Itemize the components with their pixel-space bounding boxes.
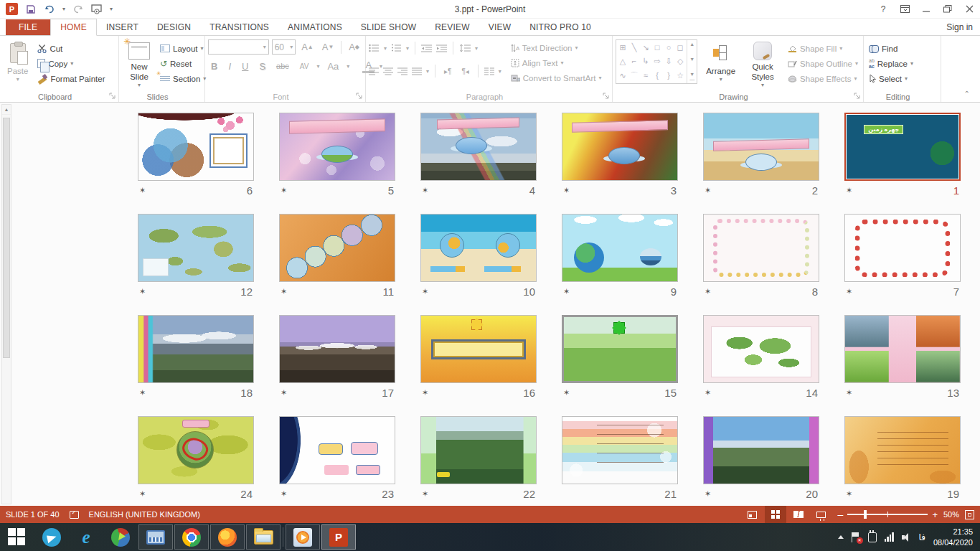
replace-button[interactable]: abac Replace▾ bbox=[867, 56, 938, 71]
start-button[interactable] bbox=[0, 523, 34, 551]
shape-glyph-8[interactable]: ↳ bbox=[642, 57, 649, 65]
transition-star-icon[interactable]: ✶ bbox=[705, 489, 711, 499]
powerpoint-logo-icon[interactable]: P bbox=[6, 3, 18, 15]
show-hidden-icons-icon[interactable] bbox=[838, 535, 844, 539]
zoom-out-button[interactable]: – bbox=[838, 509, 844, 520]
restore-button[interactable] bbox=[937, 1, 958, 18]
taskbar-item-on-screen-keyboard[interactable] bbox=[138, 524, 173, 550]
redo-icon[interactable] bbox=[72, 4, 84, 15]
slide-indicator[interactable]: SLIDE 1 OF 40 bbox=[6, 510, 60, 519]
layout-button[interactable]: Layout▾ bbox=[158, 41, 208, 56]
slide-thumbnail[interactable] bbox=[138, 214, 254, 282]
reading-view-button[interactable] bbox=[788, 506, 809, 523]
transition-star-icon[interactable]: ✶ bbox=[846, 287, 852, 296]
slide-thumbnail[interactable] bbox=[703, 416, 819, 484]
tab-nitro-pro-10[interactable]: NITRO PRO 10 bbox=[520, 19, 600, 35]
taskbar-item-media-player[interactable] bbox=[286, 524, 320, 550]
rtl-text-direction-icon[interactable]: ¶◂ bbox=[458, 64, 471, 78]
sign-in-link[interactable]: Sign in bbox=[946, 22, 973, 32]
power-icon[interactable] bbox=[868, 532, 877, 542]
transition-star-icon[interactable]: ✶ bbox=[705, 287, 711, 296]
reset-button[interactable]: ↺ Reset bbox=[158, 56, 208, 71]
bullets-icon[interactable] bbox=[369, 44, 380, 52]
action-center-flag-icon[interactable] bbox=[852, 532, 860, 542]
tab-insert[interactable]: INSERT bbox=[97, 19, 148, 35]
minimize-button[interactable] bbox=[915, 1, 937, 18]
justify-icon[interactable] bbox=[412, 67, 422, 75]
transition-star-icon[interactable]: ✶ bbox=[422, 287, 428, 296]
slide-thumbnail[interactable] bbox=[138, 315, 254, 383]
slide-thumbnail[interactable] bbox=[279, 214, 395, 282]
slide-thumbnail[interactable] bbox=[562, 416, 678, 484]
slide-thumbnail[interactable]: چهره زمین bbox=[844, 113, 961, 181]
shape-glyph-17[interactable]: ☆ bbox=[677, 72, 684, 80]
transition-star-icon[interactable]: ✶ bbox=[563, 186, 570, 195]
gallery-down-icon[interactable]: ▼ bbox=[689, 57, 694, 62]
transition-star-icon[interactable]: ✶ bbox=[139, 388, 146, 397]
slide-thumbnail[interactable] bbox=[844, 416, 961, 484]
clipboard-dialog-launcher[interactable] bbox=[109, 93, 116, 100]
numbering-icon[interactable] bbox=[391, 44, 402, 52]
tab-review[interactable]: REVIEW bbox=[425, 19, 479, 35]
slide-thumbnail[interactable] bbox=[844, 214, 961, 282]
shape-glyph-14[interactable]: ≈ bbox=[644, 72, 648, 80]
slide-thumbnail[interactable] bbox=[279, 113, 395, 181]
increase-indent-icon[interactable] bbox=[436, 44, 447, 52]
shape-glyph-12[interactable]: ∿ bbox=[619, 72, 626, 80]
drawing-dialog-launcher[interactable] bbox=[854, 93, 861, 100]
language-switcher[interactable]: فا bbox=[919, 532, 925, 542]
slide-thumbnail[interactable] bbox=[562, 214, 678, 282]
volume-icon[interactable] bbox=[902, 533, 911, 542]
line-spacing-icon[interactable] bbox=[459, 44, 471, 52]
tab-slide-show[interactable]: SLIDE SHOW bbox=[352, 19, 425, 35]
font-name-combobox[interactable]: ▾ bbox=[208, 39, 269, 55]
taskbar-item-internet-explorer[interactable]: e bbox=[69, 523, 103, 551]
spell-check-icon[interactable] bbox=[70, 511, 79, 519]
align-center-icon[interactable] bbox=[383, 67, 393, 75]
taskbar-item-chrome[interactable] bbox=[174, 524, 209, 550]
taskbar-item-idm[interactable] bbox=[103, 523, 138, 551]
paragraph-dialog-launcher[interactable] bbox=[603, 93, 610, 100]
tab-design[interactable]: DESIGN bbox=[148, 19, 200, 35]
transition-star-icon[interactable]: ✶ bbox=[846, 186, 852, 195]
slide-thumbnail[interactable] bbox=[420, 416, 537, 484]
slide-thumbnail[interactable] bbox=[279, 315, 395, 383]
collapse-ribbon-icon[interactable]: ⌃ bbox=[964, 90, 970, 98]
text-shadow-button[interactable]: S bbox=[256, 59, 268, 73]
ribbon-display-options-button[interactable] bbox=[894, 1, 915, 18]
shape-glyph-15[interactable]: { bbox=[656, 72, 659, 80]
shape-glyph-5[interactable]: ◻ bbox=[677, 44, 684, 52]
section-button[interactable]: Section▾ bbox=[158, 71, 208, 86]
increase-font-size-button[interactable]: A▲ bbox=[298, 40, 316, 55]
transition-star-icon[interactable]: ✶ bbox=[705, 388, 711, 397]
cut-button[interactable]: Cut bbox=[35, 41, 107, 56]
tab-file[interactable]: FILE bbox=[6, 19, 50, 35]
tab-animations[interactable]: ANIMATIONS bbox=[278, 19, 352, 35]
transition-star-icon[interactable]: ✶ bbox=[281, 388, 287, 397]
clock[interactable]: 21:35 08/04/2020 bbox=[933, 527, 973, 548]
gallery-up-icon[interactable]: ▲ bbox=[689, 42, 694, 47]
taskbar-item-firefox[interactable] bbox=[210, 524, 245, 550]
decrease-indent-icon[interactable] bbox=[421, 44, 432, 52]
zoom-level[interactable]: 50% bbox=[943, 510, 959, 519]
transition-star-icon[interactable]: ✶ bbox=[846, 388, 852, 397]
slide-show-button[interactable] bbox=[811, 506, 832, 523]
shape-gallery[interactable]: ⊞╲↘□○◻△⌐↳⇨⇩◇∿⌒≈{}☆ ▲ ▼ ▼— bbox=[616, 39, 697, 84]
gallery-more-icon[interactable]: ▼— bbox=[689, 72, 694, 82]
shape-glyph-7[interactable]: ⌐ bbox=[632, 57, 636, 65]
zoom-in-button[interactable]: + bbox=[932, 509, 938, 520]
slide-thumbnail[interactable] bbox=[138, 416, 254, 484]
network-signal-icon[interactable] bbox=[885, 532, 894, 542]
shape-glyph-3[interactable]: □ bbox=[655, 44, 660, 52]
slide-thumbnail[interactable] bbox=[703, 214, 819, 282]
columns-icon[interactable] bbox=[484, 67, 494, 75]
transition-star-icon[interactable]: ✶ bbox=[139, 186, 146, 195]
decrease-font-size-button[interactable]: A▼ bbox=[319, 40, 337, 55]
slide-sorter-view-button[interactable] bbox=[765, 506, 786, 523]
bold-button[interactable]: B bbox=[208, 59, 220, 73]
underline-button[interactable]: U bbox=[239, 59, 251, 73]
customize-quick-access-icon[interactable]: ▾ bbox=[110, 6, 113, 12]
shape-glyph-9[interactable]: ⇨ bbox=[654, 57, 660, 65]
shape-glyph-10[interactable]: ⇩ bbox=[666, 57, 672, 65]
transition-star-icon[interactable]: ✶ bbox=[422, 388, 428, 397]
